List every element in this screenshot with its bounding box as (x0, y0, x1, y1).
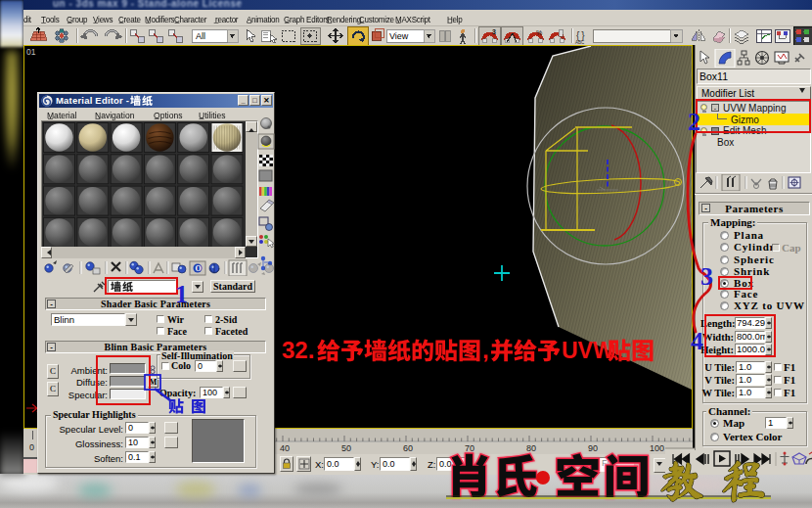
svg-text:3: 3 (700, 262, 713, 291)
svg-text:2: 2 (688, 108, 700, 136)
svg-text:4: 4 (691, 327, 703, 355)
svg-text:UVW: UVW (562, 338, 614, 363)
svg-text:,: , (482, 337, 489, 363)
svg-text:32.: 32. (282, 337, 314, 363)
svg-text:1: 1 (175, 280, 188, 308)
